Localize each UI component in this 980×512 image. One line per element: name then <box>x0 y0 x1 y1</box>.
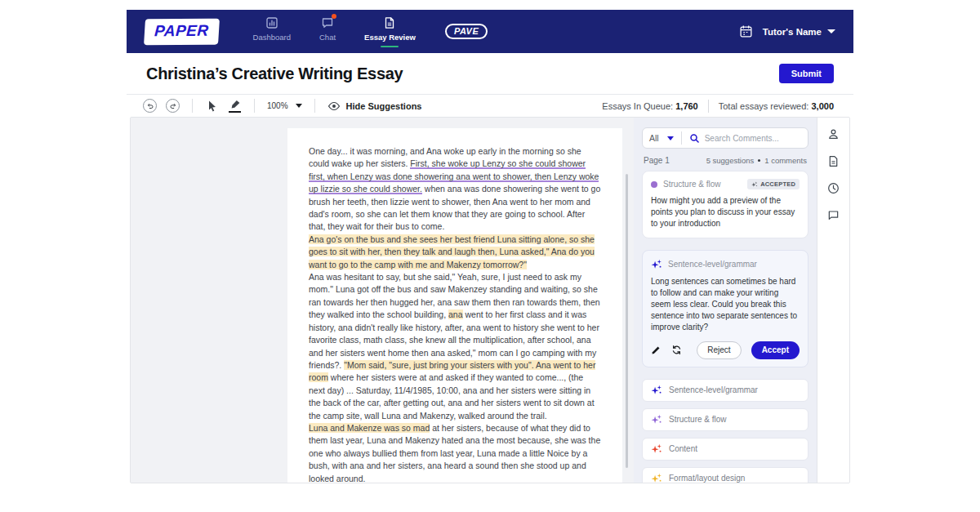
card-header: Structure & flow ACCEPTED <box>651 179 800 189</box>
essay-highlighted-text[interactable]: Luna and Makenze was so mad <box>309 423 430 433</box>
accept-button[interactable]: Accept <box>751 341 800 359</box>
chat-notification-dot <box>332 14 336 19</box>
dashboard-icon <box>265 16 278 29</box>
nav-label-dashboard: Dashboard <box>253 33 291 42</box>
sparkle-icon <box>651 443 662 455</box>
category-dot <box>651 181 657 188</box>
category-label: Structure & flow <box>669 415 727 424</box>
suggestion-card-expanded[interactable]: Sentence-level/grammar Long sentences ca… <box>642 250 808 367</box>
suggestion-card-collapsed-structure[interactable]: Structure & flow <box>642 408 808 431</box>
editor-toolbar: 100% Hide Suggestions Essays In Queue: 1… <box>127 94 853 117</box>
essay-page[interactable]: One day... it was morning, and Ana woke … <box>287 128 622 483</box>
redo-button[interactable] <box>166 99 180 113</box>
category-label: Format/layout design <box>669 474 745 483</box>
zoom-dropdown[interactable]: 100% <box>267 101 302 110</box>
accepted-badge: ACCEPTED <box>747 179 800 189</box>
document-info-icon[interactable] <box>827 155 840 167</box>
active-tab-underline <box>381 46 399 47</box>
nav-items: Dashboard Chat Essay Review <box>253 16 416 47</box>
suggestion-card-accepted[interactable]: Structure & flow ACCEPTED How might you … <box>642 171 808 238</box>
nav-item-dashboard[interactable]: Dashboard <box>253 16 291 47</box>
essay-paragraph: Ana go's on the bus and she sees her bes… <box>309 234 601 271</box>
main-content: One day... it was morning, and Ana woke … <box>130 117 850 483</box>
document-viewer: One day... it was morning, and Ana woke … <box>131 118 634 483</box>
nav-label-chat: Chat <box>319 33 336 42</box>
card-header: Sentence-level/grammar <box>651 259 800 270</box>
essay-paragraph: Luna and Makenze was so mad at her siste… <box>309 422 601 483</box>
comments-count: 1 comments <box>764 156 807 165</box>
undo-button[interactable] <box>143 99 157 113</box>
hide-suggestions-toggle[interactable]: Hide Suggestions <box>327 99 422 113</box>
category-label: Sentence-level/grammar <box>668 260 757 269</box>
navbar-right: Tutor's Name <box>739 24 835 38</box>
toolbar-left: 100% Hide Suggestions <box>143 99 421 113</box>
stat-divider <box>708 100 709 113</box>
active-tool-underline <box>229 111 241 113</box>
regenerate-icon[interactable] <box>671 345 682 355</box>
select-cursor-tool[interactable] <box>205 99 219 113</box>
student-profile-icon[interactable] <box>827 128 840 140</box>
category-label: Content <box>669 444 697 453</box>
chevron-down-icon <box>296 104 302 108</box>
comments-search-bar: All <box>642 127 808 149</box>
category-label: Sentence-level/grammar <box>669 385 758 394</box>
suggestion-card-collapsed-content[interactable]: Content <box>642 438 808 461</box>
search-comments-input[interactable] <box>705 134 801 143</box>
suggestion-card-collapsed-grammar[interactable]: Sentence-level/grammar <box>642 379 808 402</box>
essay-paragraph: One day... it was morning, and Ana woke … <box>309 145 601 234</box>
essay-highlighted-text[interactable]: ana <box>448 309 463 319</box>
nav-item-essay-review[interactable]: Essay Review <box>364 16 416 47</box>
comments-bubble-icon[interactable] <box>827 209 840 221</box>
app-window: PAPER Dashboard Chat <box>127 10 853 483</box>
title-row: Christina’s Creative Writing Essay Submi… <box>127 53 853 94</box>
paper-logo-text: PAPER <box>154 21 209 39</box>
submit-button[interactable]: Submit <box>779 64 834 83</box>
total-reviewed-stat: Total essays reviewed: 3,000 <box>719 101 834 111</box>
suggestions-count: 5 suggestions <box>706 156 755 165</box>
counts: 5 suggestions 1 comments <box>706 156 807 165</box>
sparkle-icon <box>651 259 662 270</box>
calendar-icon[interactable] <box>739 24 753 38</box>
suggestion-text: Long sentences can sometimes be hard to … <box>651 276 800 334</box>
nav-label-essay-review: Essay Review <box>364 33 416 42</box>
history-clock-icon[interactable] <box>827 182 840 194</box>
total-reviewed-value: 3,000 <box>811 101 834 111</box>
toolbar-divider <box>314 99 315 113</box>
sparkle-icon <box>651 473 662 483</box>
top-navbar: PAPER Dashboard Chat <box>127 10 853 53</box>
pave-logo[interactable]: PAVE <box>445 24 488 39</box>
highlighter-tool[interactable] <box>228 99 242 113</box>
sparkle-icon <box>751 181 758 188</box>
essay-paragraph: Ana was hesitant to say, but she said," … <box>309 271 601 422</box>
chevron-down-icon[interactable] <box>667 136 674 140</box>
chevron-down-icon <box>827 29 835 33</box>
sparkle-icon <box>651 385 662 396</box>
reject-button[interactable]: Reject <box>697 341 741 359</box>
toolbar-stats: Essays In Queue: 1,760 Total essays revi… <box>602 100 834 113</box>
essay-text: where her sisters were at and asked if t… <box>309 372 595 420</box>
right-icon-rail <box>817 118 849 483</box>
page-summary-row: Page 1 5 suggestions 1 comments <box>644 156 807 165</box>
nav-item-chat[interactable]: Chat <box>318 16 336 47</box>
paper-logo[interactable]: PAPER <box>144 18 220 45</box>
toolbar-divider <box>192 99 193 113</box>
hide-suggestions-label: Hide Suggestions <box>346 101 422 111</box>
zoom-level: 100% <box>267 101 288 110</box>
essay-highlighted-text[interactable]: Ana go's on the bus and she sees her bes… <box>309 234 595 269</box>
card-actions: Reject Accept <box>651 341 800 359</box>
eye-icon <box>327 99 341 113</box>
tutor-name: Tutor's Name <box>763 27 822 37</box>
essays-in-queue-value: 1,760 <box>675 101 698 111</box>
dot-separator <box>758 159 760 162</box>
chat-icon <box>321 16 334 29</box>
document-scrollbar[interactable] <box>626 174 628 468</box>
essay-review-icon <box>383 16 396 29</box>
tutor-menu[interactable]: Tutor's Name <box>763 27 835 37</box>
suggestion-card-collapsed-format[interactable]: Format/layout design <box>642 467 808 483</box>
suggestion-text: How might you add a preview of the point… <box>651 195 800 230</box>
page-title: Christina’s Creative Writing Essay <box>146 65 403 83</box>
filter-dropdown-value[interactable]: All <box>649 133 659 143</box>
suggestions-panel: All Page 1 5 suggestions 1 comments <box>634 118 817 483</box>
toolbar-divider <box>254 99 255 113</box>
edit-pencil-icon[interactable] <box>651 345 662 355</box>
